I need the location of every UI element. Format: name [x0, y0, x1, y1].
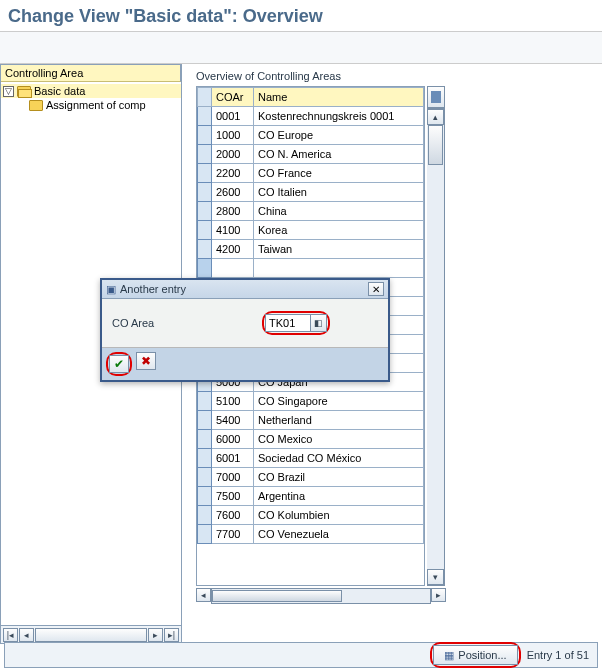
page-title: Change View "Basic data": Overview: [0, 0, 602, 32]
cancel-button[interactable]: ✖: [136, 352, 156, 370]
cell-name: Taiwan: [254, 240, 424, 259]
cell-coar: 2200: [212, 164, 254, 183]
cell-coar: 0001: [212, 107, 254, 126]
cell-name: Sociedad CO México: [254, 449, 424, 468]
cell-name: CO Mexico: [254, 430, 424, 449]
table-row[interactable]: 7000CO Brazil: [198, 468, 424, 487]
table-row[interactable]: 5400Netherland: [198, 411, 424, 430]
row-selector[interactable]: [198, 202, 212, 221]
row-selector[interactable]: [198, 411, 212, 430]
row-selector[interactable]: [198, 430, 212, 449]
row-selector[interactable]: [198, 107, 212, 126]
cell-coar: 2000: [212, 145, 254, 164]
table-row[interactable]: 2000CO N. America: [198, 145, 424, 164]
entry-status: Entry 1 of 51: [527, 649, 589, 661]
table-row[interactable]: 2800China: [198, 202, 424, 221]
cell-name: CO Europe: [254, 126, 424, 145]
toolbar: [0, 32, 602, 64]
scroll-thumb[interactable]: [428, 125, 443, 165]
row-selector[interactable]: [198, 240, 212, 259]
cell-name: Korea: [254, 221, 424, 240]
cell-coar: 7700: [212, 525, 254, 544]
table-row[interactable]: 5100CO Singapore: [198, 392, 424, 411]
scroll-up-icon[interactable]: ▴: [427, 109, 444, 125]
cell-name: CO Venezuela: [254, 525, 424, 544]
col-coar[interactable]: COAr: [212, 88, 254, 107]
tree-header: Controlling Area: [1, 65, 181, 82]
vertical-scrollbar[interactable]: ▴ ▾: [427, 108, 445, 586]
table-row[interactable]: 4100Korea: [198, 221, 424, 240]
cell-name: Argentina: [254, 487, 424, 506]
collapse-icon[interactable]: ▽: [3, 86, 14, 97]
horizontal-scrollbar[interactable]: ◂ ▸: [196, 588, 446, 604]
window-icon: ▣: [106, 283, 116, 296]
cell-coar: 6000: [212, 430, 254, 449]
cell-name: China: [254, 202, 424, 221]
row-selector[interactable]: [198, 221, 212, 240]
table-row[interactable]: 0001Kostenrechnungskreis 0001: [198, 107, 424, 126]
cell-coar: 2600: [212, 183, 254, 202]
cell-name: [254, 259, 424, 278]
co-area-label: CO Area: [112, 317, 252, 329]
table-row[interactable]: 7700CO Venezuela: [198, 525, 424, 544]
scroll-track[interactable]: [35, 628, 147, 642]
cell-name: CO Brazil: [254, 468, 424, 487]
cell-coar: 7000: [212, 468, 254, 487]
col-name[interactable]: Name: [254, 88, 424, 107]
scroll-right-icon[interactable]: ▸: [431, 588, 446, 602]
folder-open-icon: [17, 86, 31, 97]
confirm-button[interactable]: ✔: [109, 355, 129, 373]
row-selector[interactable]: [198, 259, 212, 278]
tree-node-label: Assignment of comp: [46, 99, 146, 111]
position-button[interactable]: ▦ Position...: [433, 645, 517, 665]
cell-name: Kostenrechnungskreis 0001: [254, 107, 424, 126]
cell-coar: 7500: [212, 487, 254, 506]
cell-name: CO N. America: [254, 145, 424, 164]
scroll-down-icon[interactable]: ▾: [427, 569, 444, 585]
table-row[interactable]: [198, 259, 424, 278]
position-label: Position...: [458, 649, 506, 661]
table-row[interactable]: 2600CO Italien: [198, 183, 424, 202]
dialog-title: Another entry: [120, 283, 368, 295]
tree-node-basic-data[interactable]: ▽ Basic data: [1, 84, 181, 98]
tree-node-assignment[interactable]: Assignment of comp: [1, 98, 181, 112]
footer-bar: ▦ Position... Entry 1 of 51: [4, 642, 598, 668]
table-row[interactable]: 7500Argentina: [198, 487, 424, 506]
row-selector[interactable]: [198, 164, 212, 183]
table-row[interactable]: 6000CO Mexico: [198, 430, 424, 449]
row-selector[interactable]: [198, 449, 212, 468]
row-selector[interactable]: [198, 506, 212, 525]
table-row[interactable]: 2200CO France: [198, 164, 424, 183]
cell-coar: 6001: [212, 449, 254, 468]
cell-coar: 7600: [212, 506, 254, 525]
close-icon[interactable]: ✕: [368, 282, 384, 296]
scroll-right-icon[interactable]: ▸: [148, 628, 163, 642]
scroll-first-icon[interactable]: |◂: [3, 628, 18, 642]
tree-scroll: |◂ ◂ ▸ ▸|: [1, 625, 181, 643]
scroll-left-icon[interactable]: ◂: [196, 588, 211, 602]
row-selector[interactable]: [198, 126, 212, 145]
row-selector[interactable]: [198, 145, 212, 164]
cell-coar: 4200: [212, 240, 254, 259]
table-row[interactable]: 1000CO Europe: [198, 126, 424, 145]
table-row[interactable]: 7600CO Kolumbien: [198, 506, 424, 525]
row-selector[interactable]: [198, 468, 212, 487]
cell-name: CO France: [254, 164, 424, 183]
row-selector[interactable]: [198, 525, 212, 544]
scroll-left-icon[interactable]: ◂: [19, 628, 34, 642]
row-selector[interactable]: [198, 487, 212, 506]
position-icon: ▦: [444, 649, 454, 662]
row-selector[interactable]: [198, 183, 212, 202]
table-row[interactable]: 4200Taiwan: [198, 240, 424, 259]
area-title: Overview of Controlling Areas: [196, 70, 592, 82]
scroll-last-icon[interactable]: ▸|: [164, 628, 179, 642]
table-settings-button[interactable]: [427, 86, 445, 108]
table-row[interactable]: 6001Sociedad CO México: [198, 449, 424, 468]
co-area-input[interactable]: [265, 314, 311, 332]
cell-coar: [212, 259, 254, 278]
row-selector[interactable]: [198, 392, 212, 411]
cell-coar: 5400: [212, 411, 254, 430]
search-help-icon[interactable]: ◧: [311, 314, 327, 332]
scroll-thumb[interactable]: [212, 590, 342, 602]
cell-coar: 1000: [212, 126, 254, 145]
